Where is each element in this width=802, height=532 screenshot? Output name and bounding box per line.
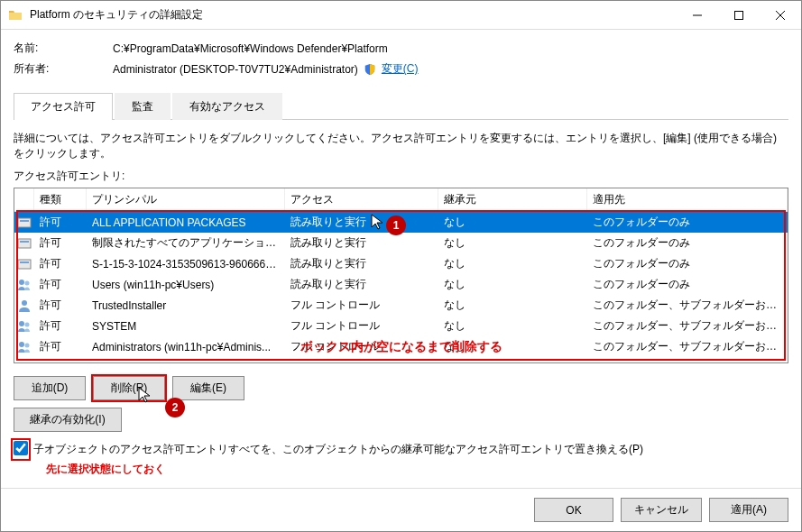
name-label: 名前: xyxy=(14,41,113,56)
principal-icon xyxy=(14,234,34,252)
name-value: C:¥ProgramData¥Microsoft¥Windows Defende… xyxy=(113,42,388,55)
replace-child-entries-checkbox[interactable] xyxy=(14,441,28,455)
cell-principal: SYSTEM xyxy=(87,317,285,335)
dialog-footer: OK キャンセル 適用(A) xyxy=(1,488,801,531)
edit-button[interactable]: 編集(E) xyxy=(172,376,244,400)
annotation-check-note: 先に選択状態にしておく xyxy=(46,462,788,477)
security-advanced-window: Platform のセキュリティの詳細設定 名前: C:¥ProgramData… xyxy=(0,0,802,532)
principal-icon xyxy=(14,317,34,335)
cell-applies: このフォルダー、サブフォルダーおよびファイル xyxy=(587,316,788,336)
svg-rect-8 xyxy=(18,260,31,269)
col-applies[interactable]: 適用先 xyxy=(587,188,788,211)
cell-access: 読み取りと実行 xyxy=(285,274,438,295)
cell-principal: S-1-15-3-1024-3153509613-9606667... xyxy=(87,255,285,273)
table-row[interactable]: 許可Administrators (win11h-pc¥Adminis...フル… xyxy=(14,336,788,357)
apply-button[interactable]: 適用(A) xyxy=(709,498,788,522)
col-type[interactable]: 種類 xyxy=(34,188,87,211)
svg-rect-9 xyxy=(20,261,29,263)
cell-type: 許可 xyxy=(34,253,87,274)
remove-button[interactable]: 削除(R) xyxy=(93,376,165,400)
principal-icon xyxy=(14,338,34,356)
cell-type: 許可 xyxy=(34,295,87,316)
table-row[interactable]: 許可制限されたすべてのアプリケーション パッケ...読み取りと実行なしこのフォル… xyxy=(14,233,788,253)
svg-rect-1 xyxy=(735,11,743,19)
cell-access: 読み取りと実行 xyxy=(285,212,438,233)
cell-type: 許可 xyxy=(34,274,87,295)
tab-permissions[interactable]: アクセス許可 xyxy=(14,93,113,120)
list-headers: 種類 プリンシパル アクセス 継承元 適用先 xyxy=(14,188,788,212)
window-title: Platform のセキュリティの詳細設定 xyxy=(30,7,677,23)
principal-icon xyxy=(14,214,34,232)
svg-rect-7 xyxy=(20,241,29,243)
cell-access: フル コントロール xyxy=(285,336,438,357)
table-row[interactable]: 許可SYSTEMフル コントロールなしこのフォルダー、サブフォルダーおよびファイ… xyxy=(14,316,788,336)
cell-inherited: なし xyxy=(438,253,587,274)
principal-icon xyxy=(14,297,34,315)
svg-point-11 xyxy=(25,280,30,285)
principal-icon xyxy=(14,255,34,273)
table-row[interactable]: 許可S-1-15-3-1024-3153509613-9606667...読み取… xyxy=(14,253,788,274)
ok-button[interactable]: OK xyxy=(534,498,613,522)
tab-audit[interactable]: 監査 xyxy=(115,93,171,120)
table-row[interactable]: 許可ALL APPLICATION PACKAGES読み取りと実行なしこのフォル… xyxy=(14,212,788,233)
svg-point-12 xyxy=(22,300,27,306)
cell-inherited: なし xyxy=(438,316,587,336)
owner-value: Administrator (DESKTOP-T0V7TU2¥Administr… xyxy=(113,63,358,76)
cell-principal: TrustedInstaller xyxy=(87,297,285,315)
enable-inheritance-button[interactable]: 継承の有効化(I) xyxy=(14,408,122,432)
close-button[interactable] xyxy=(760,1,801,30)
cell-inherited: なし xyxy=(438,233,587,253)
cell-access: フル コントロール xyxy=(285,295,438,316)
cell-inherited: なし xyxy=(438,212,587,233)
col-principal[interactable]: プリンシパル xyxy=(87,188,285,211)
svg-point-16 xyxy=(25,343,30,347)
tab-effective-access[interactable]: 有効なアクセス xyxy=(172,93,282,120)
svg-rect-5 xyxy=(20,220,29,222)
svg-rect-6 xyxy=(18,239,31,248)
maximize-button[interactable] xyxy=(718,1,760,30)
cell-applies: このフォルダー、サブフォルダーおよびファイル xyxy=(587,295,788,316)
svg-rect-4 xyxy=(18,218,31,227)
permission-entries-list[interactable]: 種類 プリンシパル アクセス 継承元 適用先 許可ALL APPLICATION… xyxy=(14,188,788,363)
change-owner-link[interactable]: 変更(C) xyxy=(382,61,419,77)
owner-label: 所有者: xyxy=(14,61,113,77)
content-area: 名前: C:¥ProgramData¥Microsoft¥Windows Def… xyxy=(1,30,801,488)
cell-access: 読み取りと実行 xyxy=(285,233,438,253)
titlebar: Platform のセキュリティの詳細設定 xyxy=(1,1,801,30)
svg-point-15 xyxy=(19,342,24,347)
col-access[interactable]: アクセス xyxy=(285,188,438,211)
cell-principal: Administrators (win11h-pc¥Adminis... xyxy=(87,338,285,356)
add-button[interactable]: 追加(D) xyxy=(14,376,86,400)
tabs: アクセス許可 監査 有効なアクセス xyxy=(14,93,788,120)
shield-icon xyxy=(364,63,376,76)
minimize-button[interactable] xyxy=(677,1,718,30)
svg-point-13 xyxy=(19,321,24,326)
cell-applies: このフォルダーのみ xyxy=(587,212,788,233)
cell-applies: このフォルダーのみ xyxy=(587,233,788,253)
cell-applies: このフォルダー、サブフォルダーおよびファイル xyxy=(587,336,788,357)
folder-icon xyxy=(8,8,23,23)
entries-label: アクセス許可エントリ: xyxy=(14,169,788,184)
cell-principal: 制限されたすべてのアプリケーション パッケ... xyxy=(87,233,285,253)
cell-principal: ALL APPLICATION PACKAGES xyxy=(87,214,285,232)
replace-child-entries-label[interactable]: 子オブジェクトのアクセス許可エントリすべてを、このオブジェクトからの継承可能なア… xyxy=(33,442,643,457)
cancel-button[interactable]: キャンセル xyxy=(621,498,702,522)
cell-inherited: なし xyxy=(438,336,587,357)
cell-inherited: なし xyxy=(438,274,587,295)
cell-type: 許可 xyxy=(34,336,87,357)
col-inherited[interactable]: 継承元 xyxy=(438,188,587,211)
cell-applies: このフォルダーのみ xyxy=(587,274,788,295)
cell-inherited: なし xyxy=(438,295,587,316)
cell-access: フル コントロール xyxy=(285,316,438,336)
svg-point-14 xyxy=(25,322,30,326)
table-row[interactable]: 許可TrustedInstallerフル コントロールなしこのフォルダー、サブフ… xyxy=(14,295,788,316)
cell-type: 許可 xyxy=(34,233,87,253)
cell-access: 読み取りと実行 xyxy=(285,253,438,274)
principal-icon xyxy=(14,276,34,294)
cell-principal: Users (win11h-pc¥Users) xyxy=(87,276,285,294)
cell-type: 許可 xyxy=(34,212,87,233)
cell-applies: このフォルダーのみ xyxy=(587,253,788,274)
svg-point-10 xyxy=(19,280,24,285)
table-row[interactable]: 許可Users (win11h-pc¥Users)読み取りと実行なしこのフォルダ… xyxy=(14,274,788,295)
cell-type: 許可 xyxy=(34,316,87,336)
